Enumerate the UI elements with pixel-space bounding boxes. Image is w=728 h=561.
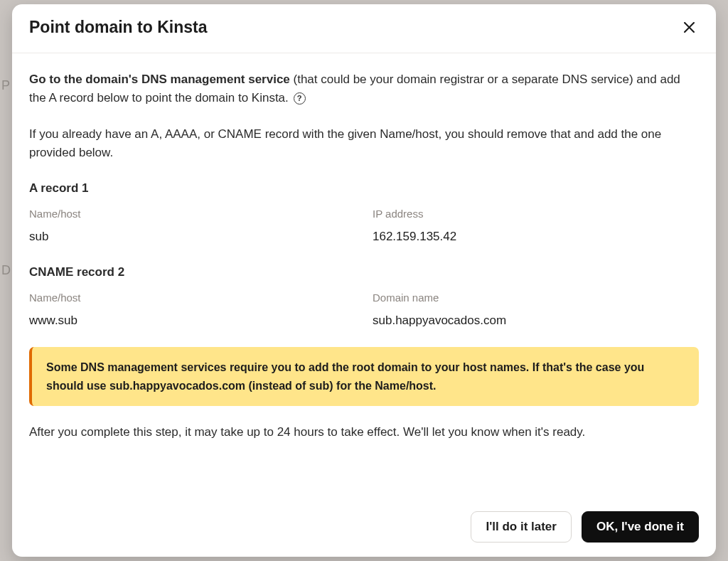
cname-record-domain-label: Domain name — [373, 289, 699, 306]
existing-record-warning: If you already have an A, AAAA, or CNAME… — [29, 125, 699, 163]
intro-bold: Go to the domain's DNS management servic… — [29, 73, 290, 86]
ok-done-button[interactable]: OK, I've done it — [582, 511, 699, 543]
notice-strong: sub.happyavocados.com — [109, 380, 245, 392]
cname-record-grid: Name/host www.sub Domain name sub.happya… — [29, 289, 699, 331]
notice-post: (instead of sub) for the Name/host. — [245, 380, 436, 392]
point-domain-modal: Point domain to Kinsta Go to the domain'… — [12, 4, 716, 557]
cname-record-name-col: Name/host www.sub — [29, 289, 355, 331]
after-paragraph: After you complete this step, it may tak… — [29, 423, 699, 442]
a-record-ip-col: IP address 162.159.135.42 — [373, 205, 699, 247]
cname-record-domain-value: sub.happyavocados.com — [373, 311, 699, 330]
cname-record-domain-col: Domain name sub.happyavocados.com — [373, 289, 699, 331]
modal-body: Go to the domain's DNS management servic… — [12, 53, 716, 500]
modal-title: Point domain to Kinsta — [29, 18, 207, 37]
help-icon[interactable]: ? — [294, 92, 306, 105]
intro-paragraph: Go to the domain's DNS management servic… — [29, 70, 699, 108]
a-record-name-label: Name/host — [29, 205, 355, 222]
a-record-name-col: Name/host sub — [29, 205, 355, 247]
cname-record-name-label: Name/host — [29, 289, 355, 306]
cname-record-name-value: www.sub — [29, 311, 355, 330]
close-button[interactable] — [679, 17, 699, 37]
cname-record-heading: CNAME record 2 — [29, 263, 699, 282]
modal-footer: I'll do it later OK, I've done it — [12, 500, 716, 557]
root-domain-notice: Some DNS management services require you… — [29, 347, 699, 406]
a-record-ip-value: 162.159.135.42 — [373, 228, 699, 246]
close-icon — [684, 22, 695, 33]
a-record-heading: A record 1 — [29, 179, 699, 198]
a-record-ip-label: IP address — [373, 205, 699, 222]
a-record-grid: Name/host sub IP address 162.159.135.42 — [29, 205, 699, 247]
modal-header: Point domain to Kinsta — [12, 4, 716, 53]
a-record-name-value: sub — [29, 228, 355, 246]
do-it-later-button[interactable]: I'll do it later — [471, 511, 571, 543]
